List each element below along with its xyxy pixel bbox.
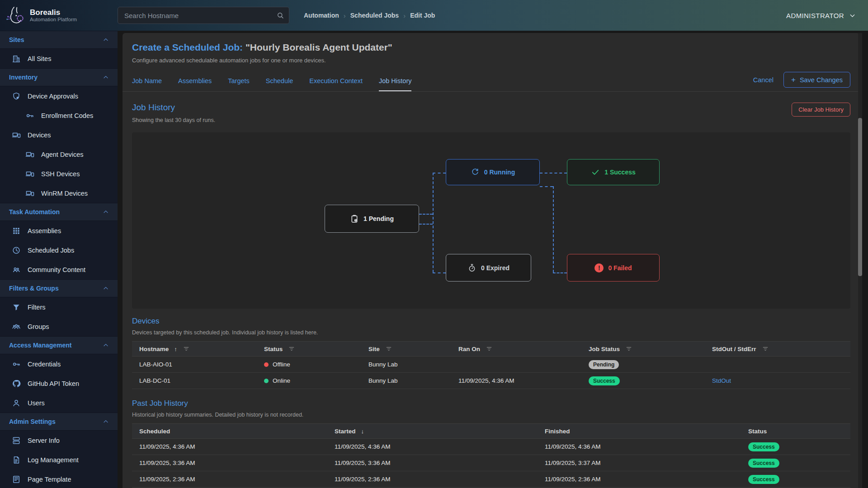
column-header-started[interactable]: Started (335, 428, 545, 435)
error-icon (594, 263, 604, 272)
connector-line (433, 272, 446, 273)
started-cell: 11/09/2025, 3:36 AM (335, 460, 545, 466)
sidebar-section-filters-groups[interactable]: Filters & Groups (0, 279, 118, 297)
server-icon (12, 436, 21, 445)
status-badge: Success (748, 442, 779, 451)
clear-job-history-button[interactable]: Clear Job History (792, 103, 850, 117)
page-subtitle: Configure advanced schedulable automatio… (132, 57, 850, 64)
tabs-row: Job Name Assemblies Targets Schedule Exe… (132, 72, 850, 91)
sidebar-item-label: Page Template (28, 476, 71, 483)
sidebar-item-agent-devices[interactable]: Agent Devices (0, 145, 118, 164)
breadcrumb-scheduled-jobs[interactable]: Scheduled Jobs (350, 12, 399, 19)
filter-icon[interactable] (183, 345, 190, 352)
sidebar-item-devices[interactable]: Devices (0, 125, 118, 145)
hostname-search[interactable] (118, 7, 289, 24)
breadcrumb-automation[interactable]: Automation (304, 12, 339, 19)
save-changes-label: Save Changes (800, 76, 843, 84)
column-header-scheduled[interactable]: Scheduled (139, 428, 335, 435)
search-icon[interactable] (276, 11, 284, 19)
sidebar-section-access-management[interactable]: Access Management (0, 336, 118, 354)
sidebar-item-device-approvals[interactable]: Device Approvals (0, 86, 118, 106)
column-header-job-status[interactable]: Job Status (589, 345, 712, 352)
breadcrumb-separator: › (403, 12, 406, 19)
scrollbar-thumb[interactable] (858, 118, 862, 276)
sidebar-item-server-info[interactable]: Server Info (0, 431, 118, 450)
sidebar-item-winrm-devices[interactable]: WinRM Devices (0, 183, 118, 203)
breadcrumb-separator: › (344, 12, 346, 19)
table-row: 11/09/2025, 4:36 AM 11/09/2025, 4:36 AM … (132, 439, 850, 455)
grid-icon (12, 226, 21, 235)
column-header-stdout-stderr[interactable]: StdOut / StdErr (712, 345, 843, 352)
group-icon (12, 322, 21, 331)
tab-targets[interactable]: Targets (228, 77, 250, 91)
sidebar-item-groups[interactable]: Groups (0, 317, 118, 336)
sidebar-section-admin-settings[interactable]: Admin Settings (0, 413, 118, 431)
borealis-app: { "brand": { "name": "Borealis", "subtit… (0, 0, 868, 488)
flow-node-failed[interactable]: 0 Failed (567, 254, 660, 282)
flow-node-pending[interactable]: 1 Pending (325, 205, 419, 233)
sidebar-item-assemblies[interactable]: Assemblies (0, 221, 118, 240)
column-header-status[interactable]: Status (748, 428, 843, 435)
search-input[interactable] (124, 12, 276, 19)
brand-logo-block[interactable]: Borealis Automation Platform (0, 5, 118, 26)
brand-text: Borealis Automation Platform (30, 9, 77, 23)
sidebar-item-scheduled-jobs[interactable]: Scheduled Jobs (0, 240, 118, 260)
sidebar-section-sites[interactable]: Sites (0, 31, 118, 49)
sidebar-item-credentials[interactable]: Credentials (0, 354, 118, 374)
sidebar-item-enrollment-codes[interactable]: Enrollment Codes (0, 106, 118, 125)
filter-icon[interactable] (288, 345, 295, 352)
shield-icon (12, 92, 21, 101)
filter-icon[interactable] (385, 345, 392, 352)
sidebar-item-filters[interactable]: Filters (0, 297, 118, 317)
cancel-button[interactable]: Cancel (753, 76, 774, 84)
column-header-status[interactable]: Status (264, 345, 368, 352)
filter-icon[interactable] (625, 345, 632, 352)
devices-icon (12, 131, 21, 140)
status-cell: Offline (264, 361, 368, 368)
sidebar-item-ssh-devices[interactable]: SSH Devices (0, 164, 118, 183)
sidebar-item-all-sites[interactable]: All Sites (0, 49, 118, 68)
site-cell: Bunny Lab (368, 377, 458, 384)
sidebar-section-inventory[interactable]: Inventory (0, 68, 118, 86)
breadcrumb-edit-job[interactable]: Edit Job (410, 12, 435, 19)
sidebar-section-task-automation[interactable]: Task Automation (0, 203, 118, 221)
flow-node-expired[interactable]: 0 Expired (446, 254, 531, 282)
section-label: Admin Settings (9, 418, 56, 425)
sidebar-item-community-content[interactable]: Community Content (0, 260, 118, 279)
stdout-link[interactable]: StdOut (712, 377, 731, 384)
sidebar-item-label: Enrollment Codes (41, 112, 93, 119)
sidebar-item-github-api-token[interactable]: GitHub API Token (0, 374, 118, 393)
hostname-cell: LAB-AIO-01 (139, 361, 264, 368)
job-status-flow-diagram: 1 Pending 0 Running 1 Success 0 Expired (132, 132, 850, 309)
devices-icon (25, 150, 34, 159)
section-label: Access Management (9, 342, 72, 349)
tab-schedule[interactable]: Schedule (266, 77, 293, 91)
tab-job-name[interactable]: Job Name (132, 77, 162, 91)
filter-icon[interactable] (486, 345, 493, 352)
sidebar-item-users[interactable]: Users (0, 393, 118, 413)
column-header-site[interactable]: Site (368, 345, 458, 352)
ran-on-cell: 11/09/2025, 4:36 AM (458, 377, 589, 384)
hostname-cell: LAB-DC-01 (139, 377, 264, 384)
column-header-ran-on[interactable]: Ran On (458, 345, 589, 352)
scrollbar-track[interactable] (858, 33, 862, 488)
page-title-prefix: Create a Scheduled Job: (132, 42, 243, 52)
sidebar-item-log-management[interactable]: Log Management (0, 450, 118, 469)
sidebar-item-label: Device Approvals (28, 93, 78, 100)
sidebar-item-page-template[interactable]: Page Template (0, 469, 118, 488)
building-icon (12, 54, 21, 63)
tab-execution-context[interactable]: Execution Context (309, 77, 363, 91)
devices-icon (25, 189, 34, 198)
tab-job-history[interactable]: Job History (379, 77, 412, 91)
flow-node-running[interactable]: 0 Running (446, 159, 540, 185)
column-header-finished[interactable]: Finished (545, 428, 748, 435)
filter-icon[interactable] (762, 345, 769, 352)
flow-node-success[interactable]: 1 Success (567, 159, 660, 185)
column-header-hostname[interactable]: Hostname (139, 345, 264, 352)
status-cell: Success (748, 475, 843, 484)
column-label: Job Status (589, 346, 620, 352)
save-changes-button[interactable]: Save Changes (783, 72, 850, 88)
user-menu[interactable]: ADMINISTRATOR (786, 12, 868, 19)
column-label: Scheduled (139, 428, 170, 435)
tab-assemblies[interactable]: Assemblies (178, 77, 212, 91)
